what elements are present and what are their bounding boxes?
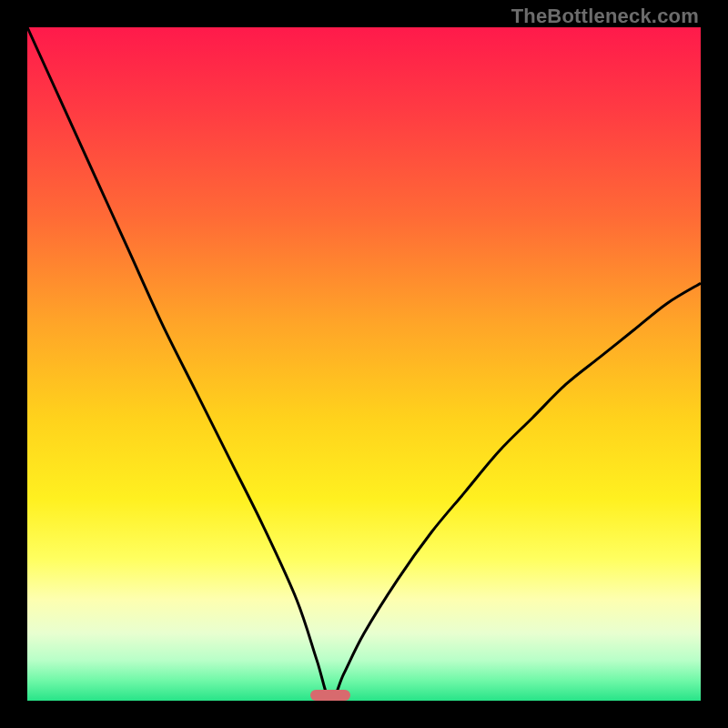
outer-frame: TheBottleneck.com	[0, 0, 728, 728]
curve-layer	[27, 27, 701, 701]
optimal-marker	[310, 690, 350, 701]
plot-area	[27, 27, 701, 701]
bottleneck-curve	[27, 27, 701, 701]
watermark-text: TheBottleneck.com	[511, 5, 699, 28]
